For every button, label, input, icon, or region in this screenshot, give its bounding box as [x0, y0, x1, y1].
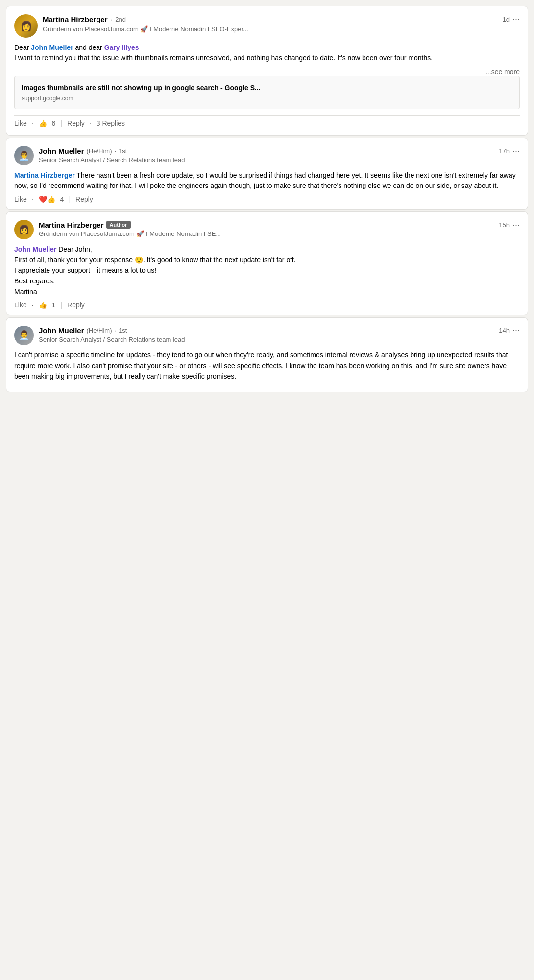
comment2-author-name[interactable]: Martina Hirzberger [39, 221, 104, 229]
comment3-author-name[interactable]: John Mueller [39, 327, 84, 335]
comment1-reply-button[interactable]: Reply [75, 195, 93, 203]
author-subtitle: Gründerin von PlacesofJuma.com 🚀 I Moder… [43, 25, 520, 33]
comment-thread-3: 👨‍💼 John Mueller (He/Him) · 1st 14h ··· … [6, 317, 528, 392]
avatar-image: 👨‍💼 [19, 330, 29, 341]
comment1-subtitle: Senior Search Analyst / Search Relations… [39, 156, 520, 163]
comment2-mention[interactable]: John Mueller [14, 245, 56, 253]
comment2-header: 👩 Martina Hirzberger Author 15h ··· Grün… [14, 220, 520, 239]
comment1-pronouns: (He/Him) [87, 147, 112, 155]
comment2-body: John Mueller Dear John,First of all, tha… [14, 244, 520, 297]
comment1-more-button[interactable]: ··· [512, 146, 520, 156]
comment3-subtitle: Senior Search Analyst / Search Relations… [39, 336, 520, 343]
comment3-text: I can't promise a specific timeline for … [14, 351, 508, 380]
comment2-like-button[interactable]: Like [14, 301, 27, 309]
comment2-time-more: 15h ··· [499, 220, 520, 230]
name-row: Martina Hirzberger · 2nd [43, 15, 126, 23]
comment1-connection: 1st [119, 147, 127, 155]
connection-badge: · [111, 16, 113, 23]
mention-john[interactable]: John Mueller [31, 44, 73, 51]
post-action-bar: Like · 👍 6 | Reply · 3 Replies [14, 115, 520, 127]
link-preview-url: support.google.com [22, 95, 512, 102]
replies-count[interactable]: 3 Replies [97, 119, 125, 127]
author-badge: Author [106, 221, 131, 229]
comment1-mention[interactable]: Martina Hirzberger [14, 171, 75, 179]
comment2-time: 15h [499, 221, 510, 229]
comment3-time-more: 14h ··· [499, 326, 520, 336]
comment2-action-bar: Like · 👍 1 | Reply [14, 301, 520, 309]
comment2-author-info: Martina Hirzberger Author 15h ··· Gründe… [39, 220, 520, 237]
comment1-action-bar: Like · ❤️👍 4 | Reply [14, 195, 520, 203]
avatar-image: 👨‍💼 [19, 150, 29, 161]
avatar-image: 👩 [19, 224, 29, 235]
comment1-divider: | [69, 195, 71, 203]
comment3-body: I can't promise a specific timeline for … [14, 350, 520, 382]
comment2-header-top: Martina Hirzberger Author 15h ··· [39, 220, 520, 230]
like-icon: 👍 [39, 119, 47, 127]
comment3-connection: 1st [119, 327, 127, 334]
comment1-dot: · [32, 195, 34, 203]
dot1: · [32, 119, 34, 127]
comment1-emojis: ❤️👍 [39, 195, 55, 203]
author-info: Martina Hirzberger · 2nd 1d ··· Gründeri… [43, 14, 520, 33]
like-button[interactable]: Like [14, 119, 27, 127]
header-top: Martina Hirzberger · 2nd 1d ··· [43, 14, 520, 24]
comment2-count: 1 [52, 301, 56, 309]
reply-button[interactable]: Reply [67, 119, 85, 127]
comment1-count: 4 [60, 195, 64, 203]
body-mid: and dear [73, 44, 104, 51]
see-more-link[interactable]: ...see more [14, 68, 520, 76]
comment1-time-more: 17h ··· [499, 146, 520, 156]
comment-thread-1: 👨‍💼 John Mueller (He/Him) · 1st 17h ··· … [6, 138, 528, 210]
link-preview-title: Images thumbnails are still not showing … [22, 83, 512, 93]
comment1-like-button[interactable]: Like [14, 195, 27, 203]
body-text: I want to remind you that the issue with… [14, 54, 433, 62]
post-time: 1d [503, 16, 510, 23]
mention-gary[interactable]: Gary Illyes [104, 44, 139, 51]
connection-level: 2nd [115, 16, 126, 23]
post-body: Dear John Mueller and dear Gary Illyes I… [14, 43, 520, 63]
comment1-header-top: John Mueller (He/Him) · 1st 17h ··· [39, 146, 520, 156]
comment2-name-row: Martina Hirzberger Author [39, 221, 131, 229]
comment3-dot: · [115, 327, 117, 334]
avatar: 👩 [14, 14, 38, 38]
comment1-author-info: John Mueller (He/Him) · 1st 17h ··· Seni… [39, 146, 520, 163]
more-button[interactable]: ··· [512, 14, 520, 24]
comment3-header: 👨‍💼 John Mueller (He/Him) · 1st 14h ··· … [14, 326, 520, 345]
body-pre: Dear [14, 44, 31, 51]
comment1-text: There hasn't been a fresh core update, s… [14, 171, 516, 190]
comment2-emoji: 👍 [39, 301, 47, 309]
link-preview[interactable]: Images thumbnails are still not showing … [14, 76, 520, 109]
comment1-dot: · [115, 147, 117, 155]
time-more: 1d ··· [503, 14, 520, 24]
comment3-time: 14h [499, 327, 510, 334]
comment2-more-button[interactable]: ··· [512, 220, 520, 230]
avatar-image: 👩 [14, 14, 38, 38]
main-post: 👩 Martina Hirzberger · 2nd 1d ··· Gründe… [6, 6, 528, 136]
comment2-dot: · [32, 301, 34, 309]
comment1-avatar: 👨‍💼 [14, 146, 34, 165]
comment1-body: Martina Hirzberger There hasn't been a f… [14, 170, 520, 191]
comment3-more-button[interactable]: ··· [512, 326, 520, 336]
comment3-avatar: 👨‍💼 [14, 326, 34, 345]
reaction-emoji: 👍 [39, 119, 47, 127]
comment1-name-row: John Mueller (He/Him) · 1st [39, 147, 127, 155]
comment2-text: Dear John,First of all, thank you for yo… [14, 245, 296, 296]
comment2-divider: | [60, 301, 62, 309]
comment1-time: 17h [499, 147, 510, 155]
post-header: 👩 Martina Hirzberger · 2nd 1d ··· Gründe… [14, 14, 520, 38]
comment3-name-row: John Mueller (He/Him) · 1st [39, 327, 127, 335]
comment2-avatar: 👩 [14, 220, 34, 239]
dot2: · [90, 119, 92, 127]
comment3-pronouns: (He/Him) [87, 327, 112, 334]
comment1-author-name[interactable]: John Mueller [39, 147, 84, 155]
divider1: | [60, 119, 62, 127]
comment3-author-info: John Mueller (He/Him) · 1st 14h ··· Seni… [39, 326, 520, 343]
reaction-count: 6 [52, 119, 56, 127]
comment2-subtitle: Gründerin von PlacesofJuma.com 🚀 I Moder… [39, 230, 520, 237]
comment-thread-2: 👩 Martina Hirzberger Author 15h ··· Grün… [6, 211, 528, 315]
comment3-header-top: John Mueller (He/Him) · 1st 14h ··· [39, 326, 520, 336]
comment1-header: 👨‍💼 John Mueller (He/Him) · 1st 17h ··· … [14, 146, 520, 165]
comment2-reply-button[interactable]: Reply [67, 301, 85, 309]
author-name[interactable]: Martina Hirzberger [43, 15, 108, 23]
